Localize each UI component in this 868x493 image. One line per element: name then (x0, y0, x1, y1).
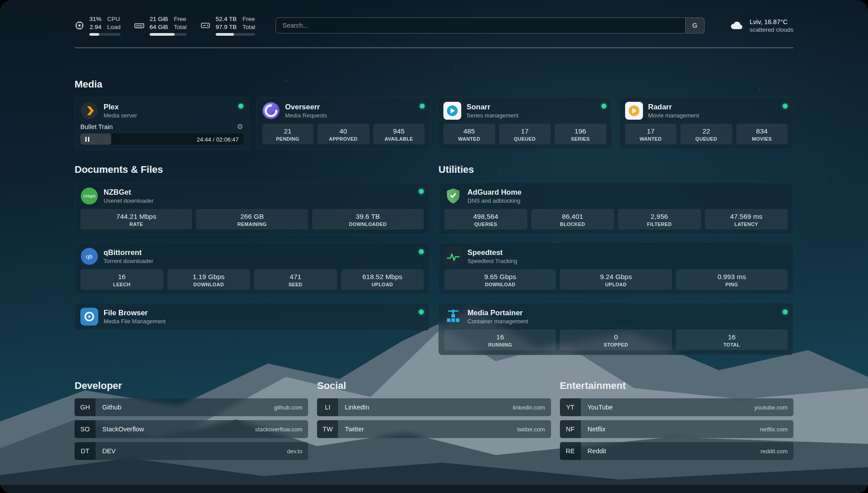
stat-label: LEECH (81, 282, 163, 287)
service-link-overseerr[interactable]: Overseerr Media Requests (262, 102, 425, 120)
pause-button[interactable] (84, 135, 91, 143)
stat-label: RUNNING (445, 342, 555, 347)
bookmark-abbr: TW (317, 420, 338, 438)
service-stats: 498,564 QUERIES 86,401 BLOCKED 2,956 FIL… (444, 209, 788, 230)
service-subtitle: Movie management (648, 112, 778, 119)
section-social: Social LI LinkedIn linkedin.com TW Twitt… (317, 380, 551, 460)
service-link-portainer[interactable]: Media Portainer Container management (444, 308, 788, 326)
bookmark-github[interactable]: GH Github github.com (75, 398, 308, 416)
bookmark-netflix[interactable]: NF Netflix netflix.com (560, 420, 793, 438)
service-link-adguard[interactable]: AdGuard Home DNS and adblocking (444, 187, 788, 205)
overseerr-icon (262, 102, 280, 120)
disk-monitor: 52.4 TB Free 97.9 TB Total (200, 15, 255, 36)
qbittorrent-icon: qb (80, 247, 98, 265)
service-stats: 485 WANTED 17 QUEUED 196 SERIES (443, 124, 606, 144)
plex-now-playing-row: Bullet Train ⚙ (80, 123, 243, 130)
service-card-sonarr: Sonarr Series management 485 WANTED 17 Q… (438, 97, 612, 150)
plex-icon (80, 102, 98, 120)
bookmark-reddit[interactable]: RE Reddit reddit.com (560, 442, 793, 460)
service-link-speedtest[interactable]: Speedtest Speedtest Tracking (444, 247, 788, 265)
bookmark-url: netflix.com (760, 426, 788, 433)
service-name: AdGuard Home (467, 188, 788, 197)
radarr-icon (625, 102, 643, 120)
service-link-radarr[interactable]: Radarr Movie management (625, 102, 788, 120)
memory-monitor: 21 GiB Free 64 GiB Total (134, 15, 187, 36)
section-title-media: Media (75, 79, 793, 90)
memory-usage-bar (150, 33, 187, 36)
plex-progress-bar[interactable]: 24:44 / 02:06:47 (80, 134, 243, 145)
bookmark-dev[interactable]: DT DEV dev.to (75, 442, 308, 460)
bookmark-twitter[interactable]: TW Twitter twitter.com (317, 420, 551, 438)
service-link-qbittorrent[interactable]: qb qBittorrent Torrent downloader (80, 247, 424, 265)
stat-queries: 498,564 QUERIES (444, 209, 527, 230)
status-online-dot (601, 104, 606, 109)
stat-value: 17 (626, 127, 676, 135)
bookmark-url: linkedin.com (513, 404, 545, 411)
stat-total: 16 TOTAL (676, 330, 788, 350)
stat-queued: 22 QUEUED (680, 124, 732, 144)
cpu-monitor: 31% CPU 2.94 Load (75, 15, 121, 36)
service-card-radarr: Radarr Movie management 17 WANTED 22 QUE… (619, 97, 794, 150)
service-card-filebrowser: File Browser Media File Management (75, 303, 430, 330)
status-online-dot (419, 249, 424, 254)
stat-value: 17 (500, 127, 550, 135)
status-online-dot (783, 309, 788, 314)
stat-value: 40 (318, 127, 368, 135)
service-link-filebrowser[interactable]: File Browser Media File Management (80, 308, 424, 326)
search-provider-button[interactable]: G (685, 18, 704, 33)
stat-value: 16 (445, 333, 555, 341)
stat-label: QUERIES (445, 221, 526, 227)
status-online-dot (783, 104, 788, 109)
service-name: Overseerr (285, 102, 415, 112)
weather-widget[interactable]: Lviv, 16.87°C scattered clouds (728, 18, 793, 33)
stat-upload: 618.52 Mbps UPLOAD (341, 269, 424, 290)
cpu-usage-bar (89, 33, 121, 36)
service-card-adguard: AdGuard Home DNS and adblocking 498,564 … (438, 182, 793, 234)
bookmark-linkedin[interactable]: LI LinkedIn linkedin.com (317, 398, 551, 416)
gear-icon[interactable]: ⚙ (237, 123, 243, 130)
bookmark-abbr: DT (75, 442, 96, 460)
stat-blocked: 86,401 BLOCKED (531, 209, 614, 230)
service-text: AdGuard Home DNS and adblocking (467, 188, 788, 205)
media-cards-row: Plex Media server Bullet Train ⚙ 24:44 /… (75, 97, 793, 150)
stat-value: 16 (81, 272, 163, 281)
bookmark-label: DEV (102, 447, 287, 455)
service-card-nzbget: nzbget NZBGet Usenet downloader 744.21 M… (75, 182, 430, 234)
stat-label: APPROVED (318, 136, 368, 142)
bookmark-url: stackoverflow.com (255, 426, 302, 433)
stat-label: UPLOAD (561, 282, 671, 287)
resource-monitors: 31% CPU 2.94 Load 21 GiB (75, 15, 255, 36)
stat-filtered: 2,956 FILTERED (618, 209, 701, 230)
stat-value: 744.21 Mbps (81, 212, 191, 221)
bookmark-stackoverflow[interactable]: SO StackOverflow stackoverflow.com (75, 420, 308, 438)
service-link-sonarr[interactable]: Sonarr Series management (443, 102, 606, 120)
stat-label: PING (677, 282, 787, 287)
filebrowser-icon (80, 308, 98, 326)
search-bar: G (275, 17, 704, 33)
stat-label: WANTED (444, 136, 494, 142)
bookmark-label: Github (102, 404, 274, 411)
middle-columns: Documents & Files nzbget NZBGet Usenet d… (75, 164, 793, 355)
service-subtitle: Usenet downloader (104, 197, 413, 205)
stat-value: 485 (444, 127, 494, 135)
svg-text:nzbget: nzbget (83, 194, 96, 198)
service-link-nzbget[interactable]: nzbget NZBGet Usenet downloader (80, 187, 424, 205)
service-text: NZBGet Usenet downloader (104, 188, 413, 205)
bookmark-url: twitter.com (517, 426, 545, 433)
cpu-label: CPU (107, 15, 121, 23)
bookmark-label: Netflix (588, 426, 760, 433)
search-input[interactable] (276, 18, 685, 33)
service-stats: 744.21 Mbps RATE 266 GB REMAINING 39.6 T… (80, 209, 424, 230)
status-online-dot (238, 104, 243, 109)
bookmark-label: YouTube (588, 404, 755, 411)
service-name: Sonarr (467, 102, 596, 112)
service-text: qBittorrent Torrent downloader (104, 248, 413, 265)
cpu-percent: 31% (89, 15, 101, 23)
bookmark-youtube[interactable]: YT YouTube youtube.com (560, 398, 793, 416)
service-text: Radarr Movie management (648, 102, 778, 119)
stat-label: SEED (255, 282, 336, 287)
service-card-overseerr: Overseerr Media Requests 21 PENDING 40 A… (256, 97, 431, 150)
service-subtitle: Media File Management (104, 318, 413, 325)
stat-value: 16 (677, 333, 787, 341)
service-link-plex[interactable]: Plex Media server (80, 102, 243, 120)
